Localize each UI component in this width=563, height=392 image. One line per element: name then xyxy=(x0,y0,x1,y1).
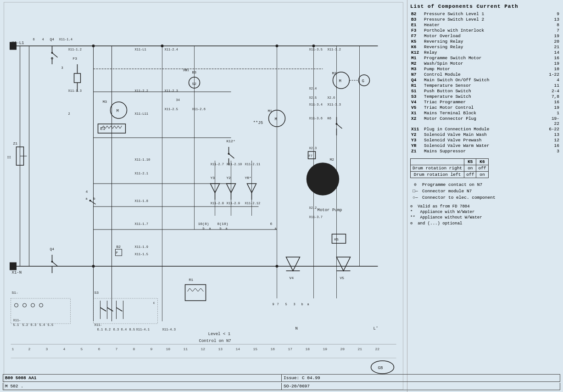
component-row: M1 Programme Switch Motor 16 xyxy=(410,55,560,61)
component-row: K5 Reversing Relay 20 xyxy=(410,39,560,44)
component-path: 20 xyxy=(546,39,560,44)
component-path: 11 xyxy=(546,83,560,88)
svg-text:X11-: X11- xyxy=(95,323,102,327)
svg-text:Q4: Q4 xyxy=(50,37,55,41)
component-path: 13 xyxy=(546,132,560,137)
svg-text:5.2: 5.2 xyxy=(22,323,28,327)
component-path: 12 xyxy=(546,137,560,143)
component-desc: Pressure Switch Level 2 xyxy=(423,17,546,22)
right-panel: List of Components Current Path B2 Press… xyxy=(407,0,563,392)
svg-text:10: 10 xyxy=(166,347,171,351)
component-desc: Pressure Switch Level 1 xyxy=(423,11,546,17)
svg-text:15: 15 xyxy=(253,347,258,351)
svg-text:X11-2.3: X11-2.3 xyxy=(165,89,178,93)
svg-text:2: 2 xyxy=(68,112,70,116)
component-table: B2 Pressure Switch Level 1 9 B3 Pressure… xyxy=(410,11,560,154)
svg-text:22: 22 xyxy=(375,347,380,351)
component-row: B2 Pressure Switch Level 1 9 xyxy=(410,11,560,17)
component-code: R1 xyxy=(410,83,423,88)
svg-text:b: b xyxy=(203,227,205,230)
svg-text:X2.4: X2.4 xyxy=(309,87,317,90)
legend-section: K5 K6 Drum rotation right on off Drum ro… xyxy=(410,158,560,178)
drum-left-label: Drum rotation left xyxy=(411,172,464,178)
svg-text:X11-1.5: X11-1.5 xyxy=(135,252,148,256)
component-row: N7 Control Module 1-22 xyxy=(410,72,560,77)
component-row: K6 Reversing Relay 21 xyxy=(410,44,560,50)
svg-text:X2.3: X2.3 xyxy=(309,146,317,150)
svg-text:V4: V4 xyxy=(290,276,294,280)
component-code: N7 xyxy=(410,72,423,77)
doc-issue: Issue: C 04.99 xyxy=(282,375,560,381)
svg-text:V5: V5 xyxy=(340,276,345,280)
svg-text:X11-1.7: X11-1.7 xyxy=(135,222,148,226)
svg-rect-6 xyxy=(10,42,17,50)
drum-table: K5 K6 Drum rotation right on off Drum ro… xyxy=(410,158,489,178)
component-desc: Porthole with Interlock xyxy=(423,28,546,33)
component-code: S1 xyxy=(410,88,423,94)
component-row: X1 Mains Terminal Block 1 xyxy=(410,110,560,116)
component-row: X2 Motor Connector Plug 19-22 xyxy=(410,116,560,126)
svg-text:X11-4.3: X11-4.3 xyxy=(162,328,176,331)
doc-standard: SO-20/0697 xyxy=(282,383,560,390)
svg-text:17: 17 xyxy=(288,347,293,351)
svg-text:X11-3.4: X11-3.4 xyxy=(309,103,323,106)
component-path: 4 xyxy=(546,77,560,83)
component-code: Z1 xyxy=(410,148,423,154)
component-desc: Relay xyxy=(423,50,546,55)
drum-left-k5: off xyxy=(464,172,476,178)
component-code: B2 xyxy=(410,11,423,17)
svg-rect-0 xyxy=(2,0,406,392)
svg-text:X11-2.7: X11-2.7 xyxy=(211,162,224,166)
programme-contact-icon: ⊙ xyxy=(410,182,420,187)
component-row: V4 Triac Programmer 16 xyxy=(410,99,560,105)
component-code: V5 xyxy=(410,105,423,110)
svg-text:II: II xyxy=(7,156,11,159)
component-path: 3 xyxy=(546,148,560,154)
svg-text:X11-1.9: X11-1.9 xyxy=(135,245,148,249)
svg-text:X2.2: X2.2 xyxy=(309,206,317,210)
component-code: Y2 xyxy=(410,132,423,137)
component-code: X2 xyxy=(410,116,423,126)
svg-text:18: 18 xyxy=(306,347,310,351)
component-desc: Motor Connector Plug xyxy=(423,116,546,126)
note-1: ⊙ Valid as from FD 7804 xyxy=(410,204,560,209)
component-desc: Programme Switch Motor xyxy=(423,55,546,61)
svg-text:8.5: 8.5 xyxy=(129,328,135,331)
svg-text:G: G xyxy=(362,79,364,84)
svg-text:YR*: YR* xyxy=(245,176,251,180)
svg-point-165 xyxy=(89,200,91,202)
component-desc: Triac Motor Control xyxy=(423,105,546,110)
svg-text:20: 20 xyxy=(340,347,345,351)
component-code: F7 xyxy=(410,33,423,39)
component-path: 9 xyxy=(546,11,560,17)
component-path: 7 xyxy=(546,28,560,33)
svg-text:6.4: 6.4 xyxy=(121,328,127,331)
svg-text:Control on N7: Control on N7 xyxy=(199,339,231,343)
component-path: 1 xyxy=(546,110,560,116)
svg-text:12: 12 xyxy=(201,347,206,351)
svg-text:F7: F7 xyxy=(309,154,312,158)
component-row: R1 Temperature Sensor 11 xyxy=(410,83,560,88)
component-row: Y3 Solenoid Valve Prewash 12 xyxy=(410,137,560,143)
svg-text:X11-1.2: X11-1.2 xyxy=(68,48,82,51)
svg-text:a: a xyxy=(275,227,277,230)
svg-text:9: 9 xyxy=(273,302,274,306)
svg-point-194 xyxy=(312,45,315,47)
component-desc: Triac Programmer xyxy=(423,99,546,105)
svg-text:X2.6: X2.6 xyxy=(328,96,335,100)
drum-right-k5: on xyxy=(464,165,476,172)
component-code: YR xyxy=(410,143,423,148)
svg-text:b: b xyxy=(301,302,303,306)
component-row: S1 Push Button Switch 2-4 xyxy=(410,88,560,94)
svg-text:S3: S3 xyxy=(95,291,99,295)
svg-text:b: b xyxy=(220,227,222,230)
svg-text:3: 3 xyxy=(46,347,48,351)
component-row: S3 Temperature Switch 7,8 xyxy=(410,94,560,99)
svg-text:Level < 1: Level < 1 xyxy=(208,332,231,336)
note-4: ⊙ and (...) optional xyxy=(410,221,560,226)
component-path: 6-22 xyxy=(546,126,560,132)
svg-text:a: a xyxy=(307,302,309,306)
note-3: ** Appliance without W/Water xyxy=(410,215,560,220)
svg-text:Z1: Z1 xyxy=(13,141,18,146)
legend-desc-1: Programme contact on N7 xyxy=(422,182,482,187)
